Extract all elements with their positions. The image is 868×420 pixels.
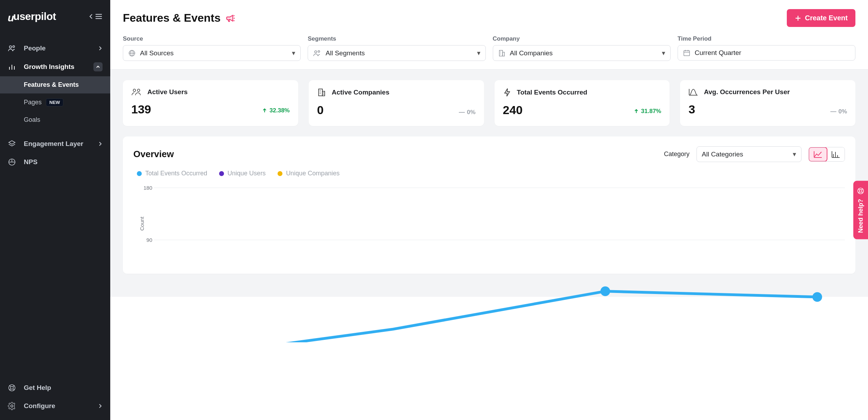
svg-point-4: [13, 46, 14, 47]
svg-line-17: [13, 385, 14, 387]
select-value: Current Quarter: [695, 49, 850, 57]
svg-point-28: [318, 50, 320, 52]
select-value: All Categories: [702, 150, 789, 158]
svg-point-27: [315, 51, 317, 53]
dash-icon: —: [830, 108, 836, 115]
sidebar-item-features-events[interactable]: Features & Events: [0, 76, 110, 93]
stat-value: 240: [503, 103, 523, 117]
stat-card-active-users: Active Users 139 32.38%: [123, 80, 298, 126]
svg-point-18: [11, 405, 13, 407]
sidebar-item-label: Goals: [24, 116, 40, 124]
create-event-button[interactable]: Create Event: [787, 9, 855, 27]
need-help-tab[interactable]: Need help?: [853, 181, 868, 239]
stat-card-total-events: Total Events Occurred 240 31.87%: [495, 80, 670, 126]
lifebuoy-icon: [8, 384, 16, 392]
bar-chart-toggle[interactable]: [827, 147, 845, 161]
calendar-icon: [683, 49, 691, 57]
sidebar-item-engagement-layer[interactable]: Engagement Layer: [0, 135, 110, 153]
y-tick: 90: [146, 237, 152, 243]
segments-select[interactable]: All Segments ▾: [308, 45, 485, 61]
stat-value: 0: [317, 103, 324, 117]
sidebar-item-get-help[interactable]: Get Help: [0, 379, 110, 397]
globe-icon: [128, 49, 136, 57]
overview-panel: Overview Category All Categories ▾: [123, 136, 855, 274]
sidebar-item-label: Get Help: [24, 384, 51, 392]
caret-down-icon: ▾: [477, 49, 481, 57]
svg-marker-8: [9, 141, 15, 144]
svg-line-19: [234, 15, 234, 16]
users-icon: [131, 88, 142, 96]
select-value: All Sources: [140, 49, 288, 57]
stat-label: Avg. Occurrences Per User: [704, 88, 790, 96]
overview-chart: Count 180 90: [133, 183, 845, 264]
stat-label: Active Users: [147, 88, 188, 96]
lightning-icon: [503, 88, 511, 97]
chart-type-toggle: [808, 147, 845, 162]
stat-value: 3: [688, 103, 695, 116]
sidebar-item-label: Pages: [24, 99, 42, 106]
chevron-right-icon: [98, 404, 103, 408]
time-period-select[interactable]: Current Quarter: [678, 45, 855, 61]
caret-down-icon: ▾: [793, 150, 796, 158]
svg-marker-48: [505, 89, 510, 96]
sidebar-item-goals[interactable]: Goals: [0, 111, 110, 128]
bar-chart-icon: [831, 150, 840, 158]
button-label: Create Event: [805, 14, 848, 22]
svg-point-60: [601, 286, 610, 296]
legend-item: Unique Users: [219, 170, 266, 177]
stat-label: Active Companies: [332, 89, 390, 96]
stat-card-active-companies: Active Companies 0 — 0%: [309, 80, 484, 126]
people-icon: [313, 49, 321, 57]
caret-down-icon: ▾: [662, 49, 665, 57]
stat-label: Total Events Occurred: [517, 89, 587, 96]
stat-delta: 32.38%: [262, 107, 290, 114]
svg-line-14: [9, 385, 11, 387]
sidebar: uuserpilot People Growth: [0, 0, 110, 420]
chevron-left-icon: [89, 13, 94, 20]
svg-point-39: [138, 89, 140, 92]
sidebar-collapse-button[interactable]: [89, 13, 103, 20]
bar-chart-icon: [8, 63, 16, 71]
chevron-right-icon: [98, 46, 103, 51]
category-select[interactable]: All Categories ▾: [696, 146, 802, 162]
sidebar-item-growth-insights[interactable]: Growth Insights: [0, 57, 110, 76]
sidebar-item-configure[interactable]: Configure: [0, 397, 110, 415]
chevron-right-icon: [98, 141, 103, 146]
stat-delta: — 0%: [459, 109, 476, 116]
svg-point-61: [812, 292, 822, 302]
source-select[interactable]: All Sources ▾: [123, 45, 301, 61]
brand-logo: uuserpilot: [8, 10, 56, 22]
chart-legend: Total Events Occurred Unique Users Uniqu…: [133, 170, 845, 177]
stat-delta: 31.87%: [634, 108, 662, 115]
svg-point-63: [859, 190, 862, 192]
filter-label-source: Source: [123, 35, 301, 42]
filter-label-time: Time Period: [678, 35, 855, 42]
svg-line-15: [13, 389, 14, 390]
svg-line-21: [234, 20, 234, 21]
building-icon: [317, 88, 326, 97]
svg-rect-34: [684, 51, 690, 56]
main-content: Features & Events Create Event Source Al…: [110, 0, 868, 420]
sidebar-item-pages[interactable]: Pages NEW: [0, 93, 110, 111]
legend-dot-icon: [219, 171, 224, 176]
svg-rect-41: [318, 89, 322, 96]
svg-rect-42: [322, 91, 325, 96]
lifebuoy-icon: [857, 187, 864, 195]
select-value: All Companies: [510, 49, 658, 57]
new-badge: NEW: [46, 98, 63, 106]
plus-icon: [794, 15, 802, 22]
select-value: All Segments: [326, 49, 472, 57]
line-chart-toggle[interactable]: [808, 147, 827, 162]
gauge-icon: [8, 158, 16, 166]
caret-down-icon: ▾: [292, 49, 295, 57]
sidebar-item-label: Growth Insights: [24, 63, 75, 71]
arrow-up-icon: [262, 108, 267, 113]
sidebar-item-people[interactable]: People: [0, 39, 110, 57]
line-chart-svg: [154, 183, 845, 342]
y-tick: 180: [144, 184, 152, 190]
menu-icon: [95, 13, 103, 20]
sidebar-item-nps[interactable]: NPS: [0, 153, 110, 171]
stat-value: 139: [131, 103, 151, 116]
company-select[interactable]: All Companies ▾: [493, 45, 671, 61]
stat-delta: — 0%: [830, 108, 847, 115]
